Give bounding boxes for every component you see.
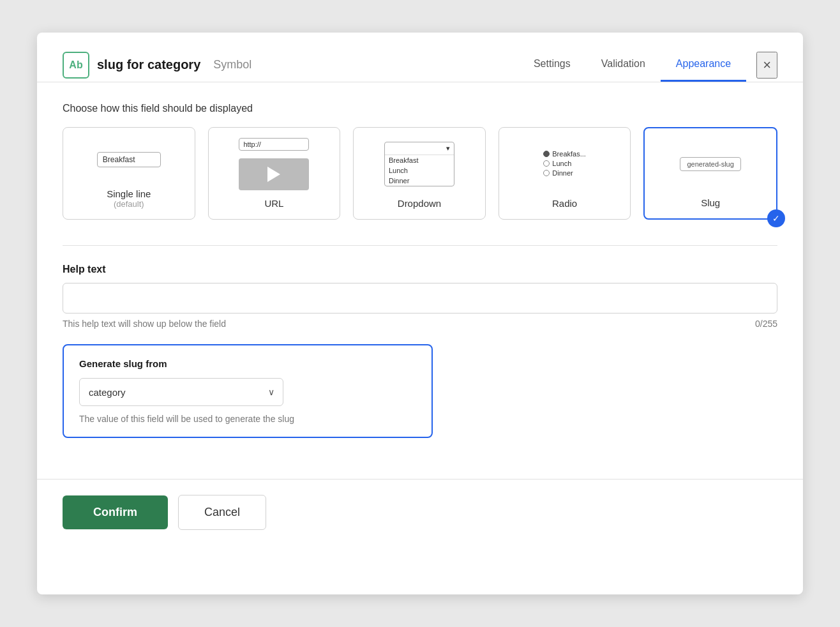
- help-text-char-count: 0/255: [755, 319, 777, 329]
- dialog-footer: Confirm Cancel: [37, 479, 803, 545]
- option-slug[interactable]: generated-slug Slug ✓: [643, 127, 777, 220]
- help-text-hint-text: This help text will show up below the fi…: [63, 319, 226, 329]
- slug-from-title: Generate slug from: [79, 358, 416, 369]
- radio-label-2: Lunch: [552, 160, 571, 167]
- option-slug-label: Slug: [701, 197, 720, 208]
- radio-circle-2: [543, 160, 550, 167]
- option-single-line-sublabel: (default): [114, 199, 144, 209]
- header-nav: Settings Validation Appearance: [518, 48, 746, 82]
- option-single-line-label: Single line: [107, 188, 151, 199]
- dropdown-mock-header: ▾: [385, 142, 454, 155]
- option-radio-preview: Breakfas... Lunch Dinner: [507, 138, 623, 190]
- tab-validation[interactable]: Validation: [586, 48, 661, 82]
- field-type: Symbol: [213, 58, 251, 72]
- option-single-line[interactable]: Breakfast Single line (default): [63, 127, 195, 220]
- radio-item-2: Lunch: [543, 160, 586, 167]
- display-options: Breakfast Single line (default) http:// …: [63, 127, 777, 220]
- radio-circle-1: [543, 151, 550, 157]
- dropdown-arrow-icon: ▾: [446, 144, 450, 153]
- radio-label-1: Breakfas...: [552, 150, 586, 158]
- dropdown-item-1: Breakfast: [385, 155, 454, 165]
- close-button[interactable]: ×: [756, 52, 777, 79]
- url-mock-video: [239, 158, 309, 190]
- radio-item-1: Breakfas...: [543, 150, 586, 158]
- selected-check-icon: ✓: [767, 209, 785, 227]
- help-text-input[interactable]: [63, 283, 777, 314]
- help-text-section: Help text This help text will show up be…: [63, 264, 777, 329]
- header-left: Ab slug for category Symbol: [63, 52, 518, 79]
- display-section-title: Choose how this field should be displaye…: [63, 103, 777, 114]
- field-type-icon: Ab: [63, 52, 89, 79]
- option-url-preview: http://: [216, 138, 333, 190]
- slug-select-wrapper: category ∨: [79, 378, 283, 406]
- dropdown-item-2: Lunch: [385, 165, 454, 176]
- option-radio-label: Radio: [552, 198, 577, 209]
- single-line-mock-input: Breakfast: [97, 152, 161, 167]
- slug-from-box: Generate slug from category ∨ The value …: [63, 344, 433, 438]
- dialog-body: Choose how this field should be displaye…: [37, 82, 803, 479]
- play-icon: [267, 167, 280, 182]
- option-url[interactable]: http:// URL: [208, 127, 341, 220]
- field-name: slug for category: [97, 57, 200, 72]
- option-single-line-preview: Breakfast: [71, 138, 187, 181]
- dropdown-mock: ▾ Breakfast Lunch Dinner: [384, 142, 454, 186]
- dropdown-item-3: Dinner: [385, 176, 454, 186]
- option-dropdown-label: Dropdown: [398, 198, 441, 209]
- confirm-button[interactable]: Confirm: [63, 495, 168, 529]
- radio-circle-3: [543, 170, 550, 176]
- option-radio[interactable]: Breakfas... Lunch Dinner Radio: [499, 127, 631, 220]
- option-slug-preview: generated-slug: [652, 139, 769, 190]
- field-settings-dialog: Ab slug for category Symbol Settings Val…: [37, 33, 803, 594]
- url-mock-input: http://: [239, 138, 309, 151]
- cancel-button[interactable]: Cancel: [178, 495, 266, 530]
- radio-label-3: Dinner: [552, 169, 573, 177]
- option-dropdown-preview: ▾ Breakfast Lunch Dinner: [361, 138, 477, 190]
- slug-mock-input: generated-slug: [680, 157, 740, 171]
- slug-from-hint: The value of this field will be used to …: [79, 414, 416, 424]
- help-text-hint-row: This help text will show up below the fi…: [63, 319, 777, 329]
- option-url-label: URL: [264, 198, 283, 209]
- option-dropdown[interactable]: ▾ Breakfast Lunch Dinner Dropdown: [353, 127, 486, 220]
- section-divider: [63, 245, 777, 246]
- radio-item-3: Dinner: [543, 169, 586, 177]
- help-text-label: Help text: [63, 264, 777, 275]
- radio-mock-group: Breakfas... Lunch Dinner: [543, 150, 586, 179]
- slug-from-select[interactable]: category: [79, 378, 283, 406]
- tab-settings[interactable]: Settings: [518, 48, 586, 82]
- dialog-header: Ab slug for category Symbol Settings Val…: [37, 33, 803, 82]
- tab-appearance[interactable]: Appearance: [661, 48, 746, 82]
